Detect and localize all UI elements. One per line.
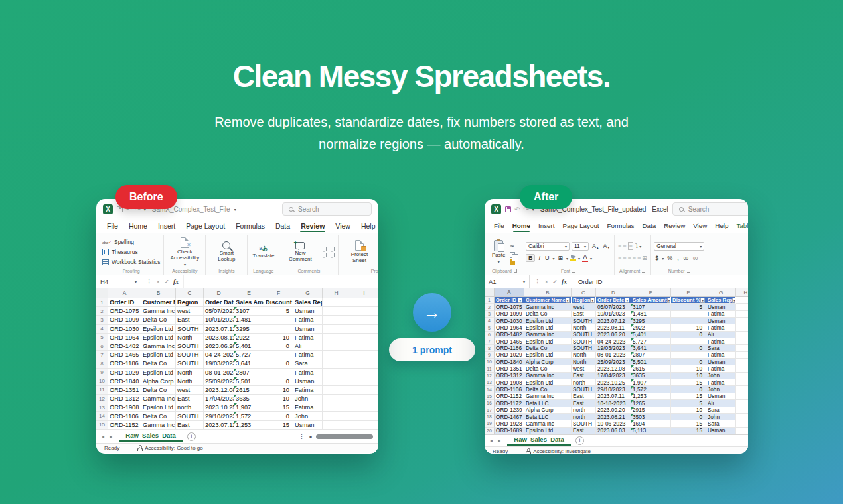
cell-order-date[interactable]: 25/09/2023 <box>596 359 631 365</box>
previous-comment-icon[interactable] <box>321 247 327 251</box>
comma-format-button[interactable]: , <box>676 255 680 261</box>
cell-customer[interactable]: Delta Co <box>524 311 572 318</box>
cell-sales-rep[interactable]: Usman <box>706 318 736 324</box>
dialog-launcher-icon[interactable] <box>572 269 575 273</box>
cell-empty[interactable] <box>323 334 350 342</box>
cell-customer[interactable]: Epsilon Ltd <box>524 324 572 331</box>
cut-icon[interactable] <box>510 239 515 251</box>
cell-customer[interactable]: Alpha Corp <box>524 359 572 365</box>
row-header[interactable] <box>96 412 108 420</box>
menu-tab[interactable]: Review <box>660 219 689 233</box>
cell-region[interactable]: East <box>572 311 596 318</box>
row-header[interactable] <box>485 386 495 393</box>
cell-sales-rep[interactable]: Fatima <box>293 334 323 342</box>
cell-empty[interactable] <box>736 318 748 324</box>
cell-sales-rep[interactable]: John <box>706 414 736 420</box>
row-header[interactable] <box>485 400 495 407</box>
cell-date-header[interactable]: Order Date <box>204 298 234 307</box>
insert-function-icon[interactable]: fx <box>173 279 179 285</box>
cell-sales-amount[interactable]: 1265 <box>631 400 671 407</box>
row-header[interactable] <box>485 379 495 386</box>
cell-region[interactable]: East <box>572 428 596 434</box>
menu-tab[interactable]: Home <box>123 219 153 233</box>
cell-empty[interactable] <box>350 403 378 412</box>
cell-region[interactable]: SOUTH <box>572 420 596 427</box>
row-header[interactable] <box>485 338 495 345</box>
decrease-indent-icon[interactable]: ≡ <box>633 255 635 261</box>
cell-sales-amount[interactable]: 1,481 <box>234 316 264 324</box>
cell-sales-rep[interactable]: Usman <box>293 325 323 334</box>
cell-region[interactable]: SOUTH <box>176 359 204 368</box>
dialog-launcher-icon[interactable] <box>687 269 690 273</box>
cell-customer[interactable]: Gamma Inc <box>141 421 176 430</box>
column-header[interactable]: F <box>671 288 706 296</box>
cell-sales-amount[interactable]: 1,253 <box>631 393 671 400</box>
cell-sales-rep[interactable]: Sara <box>293 359 323 368</box>
cell-order-id[interactable]: ORD-1465 <box>495 338 524 345</box>
cell-region[interactable]: SOUTH <box>572 318 596 324</box>
cell-region[interactable]: west <box>176 307 204 316</box>
cell-order-date[interactable]: 04-24-2023 <box>204 351 234 359</box>
orientation-icon[interactable]: ⤵ <box>635 243 638 249</box>
cell-order-date[interactable]: 2023.12.08 <box>204 386 234 395</box>
row-header[interactable] <box>485 428 495 434</box>
cell-empty[interactable] <box>736 365 748 372</box>
cell-discount[interactable]: 10 <box>264 386 293 395</box>
row-header[interactable] <box>485 352 495 359</box>
cell-order-id[interactable]: ORD-1351 <box>108 386 141 395</box>
cell-sales-amount[interactable]: 2922 <box>234 334 264 342</box>
cell-date-header[interactable]: Order Date <box>596 297 631 304</box>
row-header[interactable] <box>485 420 495 427</box>
cell-order-id[interactable]: ORD-1465 <box>108 351 141 359</box>
cell-region[interactable]: North <box>176 334 204 342</box>
cell-order-date[interactable]: 19/03/2023 <box>596 345 631 351</box>
cell-sales-rep[interactable]: Fatima <box>293 386 323 395</box>
cell-sales-rep[interactable]: John <box>293 395 323 403</box>
menu-tab[interactable]: Insert <box>153 219 181 233</box>
cell-order-date[interactable]: 29/10/2023 <box>204 412 234 420</box>
cell-region[interactable]: North <box>572 352 596 359</box>
cell-empty[interactable] <box>736 304 748 310</box>
cell-customer[interactable]: Epsilon Ltd <box>141 403 176 412</box>
cell-customer[interactable]: Delta Co <box>141 359 176 368</box>
cell-region[interactable]: SOUTH <box>572 345 596 351</box>
cell-sales-amount[interactable]: 1,907 <box>234 403 264 412</box>
cell-customer[interactable]: Beta LLC <box>524 400 572 407</box>
cell-order-id[interactable]: ORD-1106 <box>495 386 524 393</box>
cancel-icon[interactable]: × <box>545 278 549 285</box>
cell-customer[interactable]: Gamma Inc <box>524 373 572 379</box>
cell-empty[interactable] <box>736 324 748 331</box>
menu-tab[interactable]: File <box>490 219 508 233</box>
cell-empty[interactable] <box>350 369 378 377</box>
cell-amount-header[interactable]: Sales Amount <box>631 297 671 304</box>
row-header[interactable] <box>485 297 495 304</box>
cell-empty[interactable] <box>350 359 378 368</box>
sheet-tab[interactable]: Raw_Sales_Data <box>119 431 183 442</box>
cell-order-id[interactable]: ORD-1106 <box>108 412 141 420</box>
cell-customer[interactable]: Epsilon Ltd <box>524 428 572 434</box>
grow-font-button[interactable]: A▴ <box>591 243 600 249</box>
cell-discount[interactable]: 5 <box>671 400 706 407</box>
percent-format-button[interactable]: % <box>666 255 674 261</box>
column-header[interactable]: H <box>736 288 748 296</box>
column-header[interactable]: D <box>596 288 631 296</box>
new-comment-button[interactable]: New Comment <box>283 241 317 263</box>
cell-empty[interactable] <box>350 298 378 307</box>
cell-region[interactable]: North <box>176 369 204 377</box>
row-header[interactable] <box>485 414 495 420</box>
cell-sales-rep[interactable]: John <box>293 412 323 420</box>
shrink-font-button[interactable]: A▾ <box>602 243 611 249</box>
cell-order-id[interactable]: ORD-1840 <box>108 377 141 386</box>
cell-customer[interactable]: Gamma Inc <box>141 342 176 351</box>
cell-customer[interactable]: Gamma Inc <box>524 420 572 427</box>
cell-discount[interactable]: 10 <box>264 395 293 403</box>
cell-sales-rep[interactable]: Fatima <box>293 403 323 412</box>
cell-order-id[interactable]: ORD-1075 <box>108 307 141 316</box>
cell-order-date[interactable]: 2023.08.21 <box>596 414 631 420</box>
cell-order-date[interactable]: 08-01-2023 <box>596 352 631 359</box>
cell-region[interactable]: SOUTH <box>176 412 204 420</box>
row-header[interactable] <box>96 325 108 334</box>
cell-discount[interactable]: 0 <box>671 332 706 338</box>
menu-tab[interactable]: Data <box>270 219 295 233</box>
cell-sales-amount[interactable]: 1,253 <box>234 421 264 430</box>
